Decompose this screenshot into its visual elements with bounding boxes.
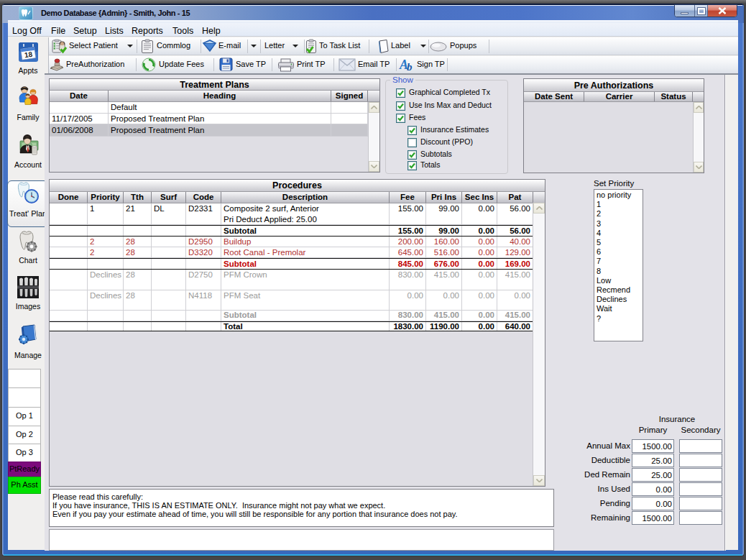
svg-text:18: 18: [24, 50, 33, 60]
